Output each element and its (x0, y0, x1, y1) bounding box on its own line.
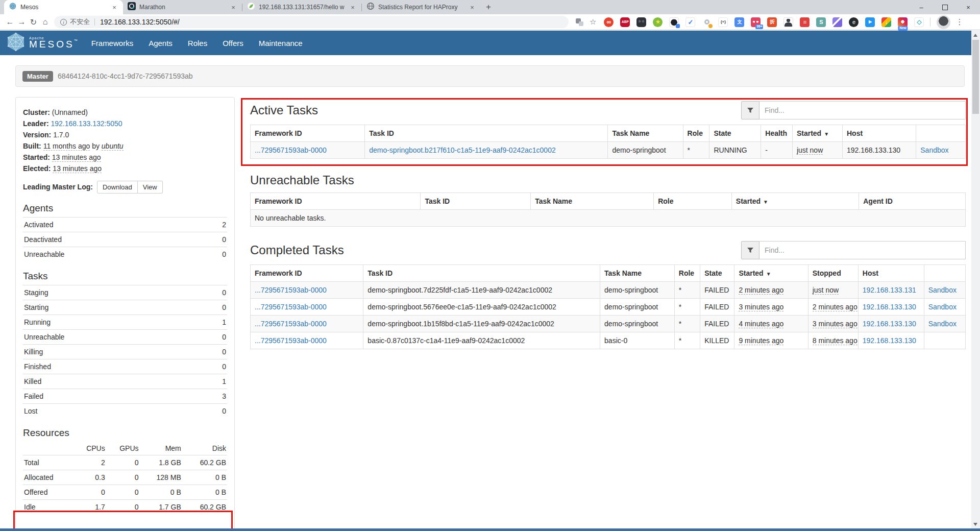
tab-close-icon[interactable]: × (110, 4, 118, 11)
window-minimize-button[interactable]: – (910, 0, 933, 14)
col-framework-id[interactable]: Framework ID (251, 265, 363, 282)
extension-s-reader-icon[interactable]: S (816, 17, 826, 27)
nav-agents[interactable]: Agents (149, 39, 173, 47)
mesos-logo[interactable]: ApacheMESOS™ (0, 32, 84, 54)
new-tab-button[interactable]: + (481, 0, 496, 14)
bookmark-star-icon[interactable]: ☆ (590, 17, 596, 27)
scroll-down-icon[interactable] (973, 523, 977, 526)
extension-octocat-icon[interactable] (669, 17, 679, 27)
host-link[interactable]: 192.168.133.130 (863, 320, 916, 328)
back-button[interactable]: ← (4, 17, 16, 27)
col-task-name[interactable]: Task Name (531, 193, 654, 210)
tab-hello-app[interactable]: 192.168.133.131:31657/hello w × (242, 0, 361, 14)
framework-id-link[interactable]: ...7295671593ab-0000 (255, 336, 327, 345)
host-link[interactable]: 192.168.133.130 (863, 303, 916, 311)
address-bar[interactable]: i 不安全 192.168.133.132:5050/#/ (54, 16, 569, 28)
framework-id-link[interactable]: ...7295671593ab-0000 (255, 286, 327, 294)
completed-tasks-find-input[interactable] (760, 241, 966, 259)
col-task-name[interactable]: Task Name (608, 125, 683, 142)
extension-hex-mesh-icon[interactable]: ◇ (914, 17, 924, 27)
window-restore-button[interactable] (933, 0, 957, 14)
extension-red-notes-icon[interactable]: ≡ (800, 17, 810, 27)
profile-avatar[interactable] (937, 15, 950, 29)
col-agent-id[interactable]: Agent ID (859, 193, 966, 210)
extension-video-badge-icon[interactable]: 99+ (751, 17, 761, 27)
extension-adblock-plus-icon[interactable]: ABP (620, 17, 630, 27)
extension-json-formatter-icon[interactable]: {≡} (718, 17, 728, 27)
extension-share-pages-icon[interactable]: ▶ (865, 17, 875, 27)
col-task-id[interactable]: Task ID (421, 193, 531, 210)
nav-roles[interactable]: Roles (188, 39, 207, 47)
sandbox-link[interactable]: Sandbox (928, 320, 957, 328)
col-framework-id[interactable]: Framework ID (251, 125, 365, 142)
tasks-heading: Tasks (23, 271, 227, 282)
col-started[interactable]: Started▼ (734, 265, 808, 282)
tab-close-icon[interactable]: × (349, 4, 357, 11)
nav-maintenance[interactable]: Maintenance (259, 39, 303, 47)
reload-button[interactable]: ↻ (28, 17, 39, 27)
scroll-up-icon[interactable] (973, 34, 977, 37)
framework-id-link[interactable]: ...7295671593ab-0000 (255, 303, 327, 311)
extension-coupon-zhe-icon[interactable]: 折 (767, 17, 777, 27)
sandbox-link[interactable]: Sandbox (928, 303, 957, 311)
col-role[interactable]: Role (683, 125, 709, 142)
extension-gray-ring-icon[interactable] (702, 17, 712, 27)
task-id-cell: demo-springboot.7d225fdf-c1a5-11e9-aaf9-… (363, 282, 600, 299)
extension-check-todo-icon[interactable]: ✓ (685, 17, 695, 27)
framework-id-link[interactable]: ...7295671593ab-0000 (255, 320, 327, 328)
col-task-id[interactable]: Task ID (365, 125, 608, 142)
host-link[interactable]: 192.168.133.131 (863, 286, 916, 294)
extension-vpn-infinity-icon[interactable]: ∞ (604, 17, 614, 27)
active-tasks-find-input[interactable] (760, 101, 966, 119)
col-framework-id[interactable]: Framework ID (251, 193, 421, 210)
extension-e-circle-icon[interactable]: e (849, 17, 859, 27)
forward-button[interactable]: → (16, 17, 28, 27)
col-started[interactable]: Started▼ (792, 125, 842, 142)
col-state[interactable]: State (700, 265, 734, 282)
col-stopped[interactable]: Stopped (808, 265, 858, 282)
framework-id-link[interactable]: ...7295671593ab-0000 (255, 146, 327, 154)
scrollbar-thumb[interactable] (972, 40, 979, 114)
translate-page-icon[interactable] (576, 18, 583, 26)
browser-menu-icon[interactable]: ⋮ (955, 17, 963, 27)
extension-dark-mask-icon[interactable] (636, 17, 646, 27)
col-host[interactable]: Host (842, 125, 916, 142)
sandbox-link[interactable]: Sandbox (928, 286, 957, 294)
leader-link[interactable]: 192.168.133.132:5050 (51, 119, 122, 128)
tab-close-icon[interactable]: × (468, 4, 476, 11)
tab-marathon[interactable]: Marathon × (123, 0, 242, 14)
filter-funnel-button[interactable] (741, 101, 760, 119)
nav-offers[interactable]: Offers (223, 39, 243, 47)
col-started[interactable]: Started▼ (731, 193, 859, 210)
col-health[interactable]: Health (761, 125, 793, 142)
extension-green-star-icon[interactable]: ★ (653, 17, 663, 27)
tab-mesos[interactable]: Mesos × (4, 0, 123, 14)
filter-funnel-button[interactable] (741, 241, 760, 259)
nav-frameworks[interactable]: Frameworks (91, 39, 134, 47)
log-download-button[interactable]: Download (97, 181, 138, 194)
page-info-icon[interactable]: i (60, 19, 67, 26)
extension-user-switch-icon[interactable] (783, 17, 793, 27)
task-name-cell: demo-springboot (600, 299, 675, 316)
extension-purple-edit-icon[interactable] (832, 17, 842, 27)
col-role[interactable]: Role (654, 193, 732, 210)
extension-downloader-icon[interactable]: ↓ (881, 17, 891, 27)
home-button[interactable]: ⌂ (39, 17, 51, 27)
col-task-name[interactable]: Task Name (600, 265, 675, 282)
col-host[interactable]: Host (858, 265, 924, 282)
log-view-button[interactable]: View (138, 181, 163, 194)
table-row: CPUs GPUs Mem Disk (23, 442, 227, 455)
col-role[interactable]: Role (674, 265, 700, 282)
table-row: ...7295671593ab-0000 demo-springboot.7d2… (251, 282, 966, 299)
sandbox-link[interactable]: Sandbox (920, 146, 948, 154)
tab-close-icon[interactable]: × (229, 4, 237, 11)
tab-haproxy-stats[interactable]: Statistics Report for HAProxy × (362, 0, 481, 14)
col-state[interactable]: State (709, 125, 761, 142)
extension-translate-icon[interactable]: 文 (734, 17, 744, 27)
extension-camera-new-icon[interactable]: New (898, 17, 908, 27)
page-scrollbar[interactable] (971, 31, 980, 531)
col-task-id[interactable]: Task ID (363, 265, 600, 282)
window-close-button[interactable]: × (957, 0, 980, 14)
task-id-link[interactable]: demo-springboot.b217f610-c1a5-11e9-aaf9-… (369, 146, 556, 154)
host-link[interactable]: 192.168.133.130 (863, 336, 916, 345)
